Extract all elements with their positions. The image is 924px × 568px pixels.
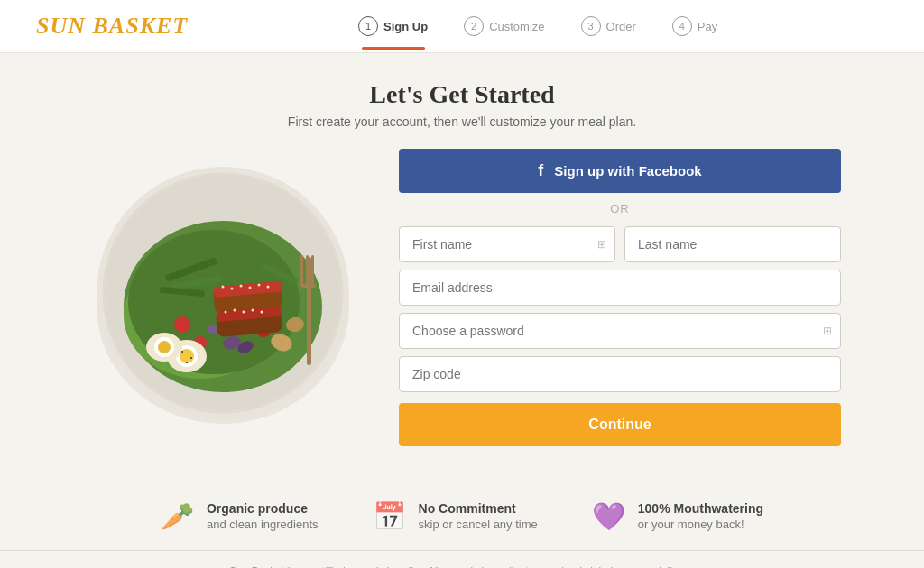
heart-icon: 💜 xyxy=(592,500,625,532)
calendar-icon: 📅 xyxy=(373,500,406,532)
feature-mouthwatering-title: 100% Mouthwatering xyxy=(638,501,763,516)
footer: Sun Basket is a certified organic handle… xyxy=(0,550,924,568)
content-row: f Sign up with Facebook OR ⊞ xyxy=(83,149,841,446)
zip-input[interactable] xyxy=(399,356,841,392)
svg-point-29 xyxy=(234,309,236,312)
svg-point-21 xyxy=(231,288,234,290)
step-signup[interactable]: 1 Sign Up xyxy=(340,16,446,36)
nav-steps: 1 Sign Up 2 Customize 3 Order 4 Pay xyxy=(188,16,888,36)
carrot-icon: 🥕 xyxy=(161,500,194,532)
first-name-input[interactable] xyxy=(399,226,615,262)
continue-button[interactable]: Continue xyxy=(399,403,841,446)
feature-organic-text: Organic produce and clean ingredients xyxy=(207,501,319,532)
step-1-label: Sign Up xyxy=(383,20,428,33)
svg-point-10 xyxy=(174,316,190,333)
feature-commitment-text: No Commitment skip or cancel any time xyxy=(419,501,538,532)
svg-point-41 xyxy=(186,362,188,363)
facebook-signup-button[interactable]: f Sign up with Facebook xyxy=(399,149,841,193)
step-2-circle: 2 xyxy=(464,16,484,36)
first-name-wrapper: ⊞ xyxy=(399,226,615,262)
svg-point-39 xyxy=(181,351,183,353)
svg-point-28 xyxy=(225,311,227,314)
header: SUN BASKET 1 Sign Up 2 Customize 3 Order… xyxy=(0,0,924,53)
password-input[interactable] xyxy=(399,313,841,349)
feature-commitment: 📅 No Commitment skip or cancel any time xyxy=(373,500,538,532)
email-input[interactable] xyxy=(399,270,841,306)
password-group: ⊞ xyxy=(399,313,841,349)
svg-point-22 xyxy=(240,285,243,288)
step-4-circle: 4 xyxy=(672,16,692,36)
page-title: Let's Get Started xyxy=(288,80,636,109)
email-group xyxy=(399,270,841,306)
feature-mouthwatering: 💜 100% Mouthwatering or your money back! xyxy=(592,500,763,532)
feature-commitment-title: No Commitment xyxy=(419,501,538,516)
continue-label: Continue xyxy=(588,417,651,432)
svg-point-24 xyxy=(258,284,261,287)
step-3-circle: 3 xyxy=(581,16,601,36)
svg-point-25 xyxy=(267,286,270,289)
feature-mouthwatering-text: 100% Mouthwatering or your money back! xyxy=(638,501,763,532)
svg-point-30 xyxy=(243,311,245,314)
svg-point-38 xyxy=(158,341,171,353)
zip-group xyxy=(399,356,841,392)
svg-point-23 xyxy=(249,287,252,289)
last-name-input[interactable] xyxy=(624,226,841,262)
step-4-label: Pay xyxy=(698,20,717,33)
first-name-icon: ⊞ xyxy=(597,238,606,252)
svg-rect-46 xyxy=(306,255,309,287)
main-content: Let's Get Started First create your acco… xyxy=(0,53,924,464)
page-subtitle: First create your account, then we'll cu… xyxy=(288,115,636,129)
svg-rect-45 xyxy=(300,255,303,287)
step-customize[interactable]: 2 Customize xyxy=(446,16,562,36)
svg-point-40 xyxy=(190,357,192,359)
step-1-circle: 1 xyxy=(358,16,378,36)
signup-form: f Sign up with Facebook OR ⊞ xyxy=(399,149,841,446)
logo: SUN BASKET xyxy=(36,13,188,40)
svg-point-32 xyxy=(261,311,263,314)
password-wrapper: ⊞ xyxy=(399,313,841,349)
feature-commitment-subtitle: skip or cancel any time xyxy=(419,518,538,531)
last-name-wrapper xyxy=(624,226,841,262)
feature-organic: 🥕 Organic produce and clean ingredients xyxy=(161,500,319,532)
features-section: 🥕 Organic produce and clean ingredients … xyxy=(0,473,924,550)
step-order[interactable]: 3 Order xyxy=(563,16,654,36)
svg-rect-47 xyxy=(311,255,314,287)
step-2-label: Customize xyxy=(489,20,544,33)
step-3-label: Order xyxy=(606,20,636,33)
svg-rect-48 xyxy=(301,284,316,288)
feature-mouthwatering-subtitle: or your money back! xyxy=(638,518,744,531)
step-underline xyxy=(362,47,425,50)
or-divider: OR xyxy=(399,202,841,215)
food-image xyxy=(83,149,372,432)
name-row: ⊞ xyxy=(399,226,841,262)
facebook-icon: f xyxy=(538,161,543,180)
svg-point-31 xyxy=(252,309,254,312)
step-pay[interactable]: 4 Pay xyxy=(654,16,735,36)
feature-organic-subtitle: and clean ingredients xyxy=(207,518,319,531)
headline-block: Let's Get Started First create your acco… xyxy=(288,80,636,129)
facebook-button-label: Sign up with Facebook xyxy=(554,163,701,179)
svg-point-20 xyxy=(222,286,225,289)
certification-text: Sun Basket is a certified organic handle… xyxy=(36,563,888,568)
password-icon: ⊞ xyxy=(823,325,832,338)
food-illustration xyxy=(83,149,363,428)
feature-organic-title: Organic produce xyxy=(207,501,319,516)
